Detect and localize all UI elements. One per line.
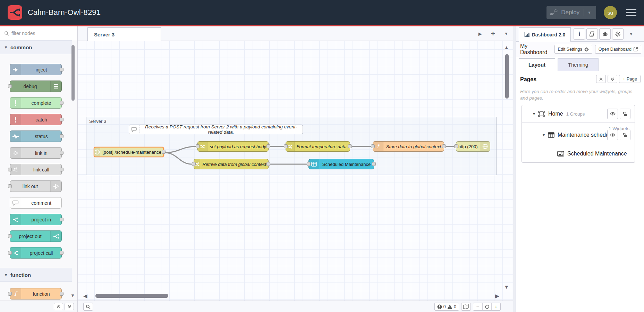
output-port[interactable] xyxy=(266,144,270,148)
palette-node-debug[interactable]: debug xyxy=(10,81,62,92)
input-port[interactable] xyxy=(371,144,375,148)
inject-arrow-icon xyxy=(10,64,21,75)
deploy-button[interactable]: Deploy ▼ xyxy=(546,6,596,19)
flow-node-http-in[interactable]: [post] /schedule-maintenance xyxy=(94,147,164,157)
visibility-toggle-button[interactable] xyxy=(607,109,618,119)
sidebar-menu-caret-icon[interactable]: ▼ xyxy=(629,32,633,36)
edit-settings-button[interactable]: Edit Settings xyxy=(554,45,592,54)
input-port[interactable] xyxy=(8,168,12,171)
output-port[interactable] xyxy=(60,68,63,71)
flow-node-ui-table[interactable]: Scheduled Maintenance xyxy=(308,159,374,169)
notification-counts[interactable]: 0 0 xyxy=(434,303,459,311)
tab-layout[interactable]: Layout xyxy=(519,58,555,71)
lock-toggle-button[interactable] xyxy=(620,109,630,119)
flow-node-http-response[interactable]: http (200) xyxy=(456,141,490,152)
palette-node-link-out[interactable]: link out xyxy=(10,180,62,192)
output-port[interactable] xyxy=(162,150,166,154)
horizontal-scrollbar[interactable] xyxy=(95,294,168,298)
output-port[interactable] xyxy=(60,101,63,105)
palette-category-function[interactable]: ▾ function xyxy=(0,268,72,282)
group-row-maintenance[interactable]: ▾ Maintenance schedul... 1 Widgets xyxy=(522,125,635,145)
palette-node-catch[interactable]: catch xyxy=(10,114,62,125)
expand-pages-button[interactable] xyxy=(608,75,617,83)
palette-node-complete[interactable]: complete xyxy=(10,97,62,109)
input-port[interactable] xyxy=(307,162,311,166)
flow-list-caret-icon[interactable]: ▼ xyxy=(504,31,508,36)
flow-node-function[interactable]: f Store data to global context xyxy=(373,141,444,152)
input-port[interactable] xyxy=(8,292,12,296)
palette-node-link-in[interactable]: link in xyxy=(10,147,62,159)
output-port[interactable] xyxy=(266,162,270,166)
palette-node-inject[interactable]: inject xyxy=(10,64,62,75)
output-port[interactable] xyxy=(60,218,63,221)
flow-node-comment[interactable]: Receives a POST request from Server 2 wi… xyxy=(129,125,303,134)
input-port[interactable] xyxy=(284,144,288,148)
palette-node-link-call[interactable]: link call xyxy=(10,164,62,175)
zoom-in-button[interactable]: + xyxy=(491,303,500,310)
navigator-button[interactable] xyxy=(461,303,471,311)
output-port[interactable] xyxy=(60,168,63,171)
scroll-down-icon[interactable]: ▼ xyxy=(70,293,75,298)
input-port[interactable] xyxy=(196,144,200,148)
output-port[interactable] xyxy=(60,118,63,121)
palette-category-common[interactable]: ▾ common xyxy=(0,40,72,54)
palette-node-function[interactable]: f function xyxy=(10,288,62,300)
palette-filter[interactable]: filter nodes xyxy=(0,26,77,40)
output-port[interactable] xyxy=(60,251,63,255)
output-port[interactable] xyxy=(60,134,63,138)
widget-row-scheduled-maintenance[interactable]: Scheduled Maintenance xyxy=(522,145,635,162)
scroll-up-icon[interactable]: ▲ xyxy=(504,44,509,50)
tab-theming[interactable]: Theming xyxy=(558,58,599,71)
output-port[interactable] xyxy=(60,292,63,296)
palette-scrollbar[interactable] xyxy=(71,45,75,101)
output-port[interactable] xyxy=(60,151,63,155)
lock-toggle-button[interactable] xyxy=(620,130,630,140)
page-row-home[interactable]: ▾ Home 1 Groups xyxy=(522,105,635,123)
add-page-button[interactable]: + Page xyxy=(619,75,641,83)
flow-node-change-2[interactable]: Format temperature data. xyxy=(286,141,350,152)
palette-node-status[interactable]: status xyxy=(10,130,62,142)
add-flow-button[interactable]: + xyxy=(491,29,495,38)
output-port[interactable] xyxy=(348,144,352,148)
collapse-pages-button[interactable] xyxy=(596,75,606,83)
palette-node-project-out[interactable]: project out xyxy=(10,230,62,242)
sidebar-tab-dashboard[interactable]: Dashboard 2.0 xyxy=(519,27,571,42)
output-port[interactable] xyxy=(372,162,376,166)
vertical-scrollbar[interactable] xyxy=(505,54,509,99)
zoom-reset-button[interactable] xyxy=(482,303,491,310)
deploy-caret-icon[interactable]: ▼ xyxy=(584,9,593,16)
input-port[interactable] xyxy=(8,184,12,188)
input-port[interactable] xyxy=(8,234,12,238)
tab-scroll-right-icon[interactable]: ▶ xyxy=(478,31,482,36)
globe-icon xyxy=(480,142,490,151)
expand-all-button[interactable] xyxy=(65,303,74,310)
flow-canvas[interactable]: Server 3 Receives a POST request from Se… xyxy=(78,41,513,301)
output-port[interactable] xyxy=(442,144,446,148)
palette-node-project-call[interactable]: project call xyxy=(10,247,62,259)
sidebar-resize-handle[interactable] xyxy=(513,26,516,312)
scroll-down-icon[interactable]: ▼ xyxy=(504,284,509,290)
input-port[interactable] xyxy=(8,84,12,88)
scroll-right-icon[interactable]: ▶ xyxy=(495,293,499,299)
main-menu-button[interactable] xyxy=(625,7,638,18)
flow-tab-server3[interactable]: Server 3 xyxy=(87,27,161,41)
collapse-all-button[interactable] xyxy=(54,303,63,310)
search-flows-button[interactable] xyxy=(83,303,93,311)
chevron-down-icon: ▾ xyxy=(5,45,7,50)
flow-node-change-3[interactable]: Retrive data from global context xyxy=(194,159,269,169)
input-port[interactable] xyxy=(454,144,458,148)
scroll-left-icon[interactable]: ◀ xyxy=(83,293,87,299)
user-avatar[interactable]: su xyxy=(604,6,617,19)
palette-node-project-in[interactable]: project in xyxy=(10,214,62,225)
help-tab-button[interactable] xyxy=(586,28,598,40)
flow-node-change-1[interactable]: set payload as request body xyxy=(197,141,269,152)
config-tab-button[interactable] xyxy=(612,28,624,40)
zoom-out-button[interactable]: − xyxy=(473,303,482,310)
visibility-toggle-button[interactable] xyxy=(607,130,618,140)
input-port[interactable] xyxy=(192,162,196,166)
palette-node-comment[interactable]: comment xyxy=(10,197,62,209)
open-dashboard-button[interactable]: Open Dashboard xyxy=(595,45,641,54)
input-port[interactable] xyxy=(8,251,12,255)
info-tab-button[interactable]: i xyxy=(574,28,585,40)
debug-tab-button[interactable] xyxy=(599,28,611,40)
